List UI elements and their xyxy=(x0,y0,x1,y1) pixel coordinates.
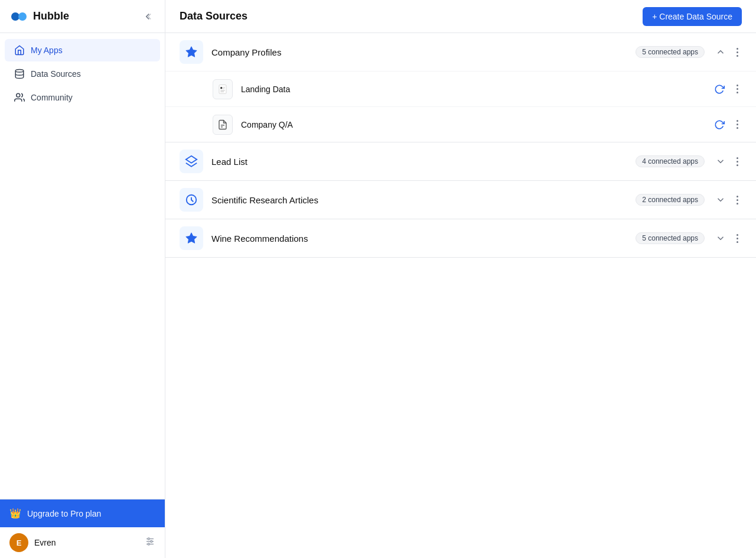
company-profiles-actions xyxy=(713,44,742,60)
logo-text: Hubble xyxy=(33,10,69,22)
data-source-header-company-profiles: Company Profiles 5 connected apps xyxy=(165,33,756,71)
svg-rect-14 xyxy=(223,88,224,89)
company-profiles-badge: 5 connected apps xyxy=(636,46,705,58)
data-source-header-lead-list: Lead List 4 connected apps xyxy=(165,142,756,180)
company-qa-more-button[interactable] xyxy=(733,118,742,131)
scientific-research-expand-button[interactable] xyxy=(713,192,728,207)
company-profiles-name: Company Profiles xyxy=(211,47,627,57)
wine-recommendations-badge: 5 connected apps xyxy=(636,232,705,244)
sidebar-collapse-button[interactable] xyxy=(140,9,155,24)
svg-point-7 xyxy=(148,538,149,540)
layers-icon xyxy=(185,155,198,168)
scientific-research-name: Scientific Research Articles xyxy=(211,195,627,205)
sidebar-item-community[interactable]: Community xyxy=(5,86,160,109)
landing-data-icon xyxy=(213,79,233,99)
company-profiles-icon xyxy=(180,40,203,64)
sidebar-item-data-sources[interactable]: Data Sources xyxy=(5,63,160,85)
data-source-header-scientific: Scientific Research Articles 2 connected… xyxy=(165,181,756,219)
lead-list-actions xyxy=(713,154,742,169)
user-info: E Evren xyxy=(9,533,56,552)
avatar: E xyxy=(9,533,28,552)
company-qa-refresh-icon xyxy=(714,119,725,130)
sidebar-item-my-apps-label: My Apps xyxy=(31,46,63,55)
company-profiles-collapse-button[interactable] xyxy=(713,44,728,60)
landing-data-name: Landing Data xyxy=(241,85,706,94)
svg-marker-19 xyxy=(186,156,197,163)
data-sources-list: Company Profiles 5 connected apps xyxy=(165,33,756,558)
wine-recommendations-actions xyxy=(713,231,742,246)
svg-point-2 xyxy=(15,70,24,73)
lead-list-badge: 4 connected apps xyxy=(636,155,705,167)
scientific-research-actions xyxy=(713,192,742,207)
doc-icon xyxy=(217,119,228,130)
svg-point-3 xyxy=(17,93,20,97)
chevron-up-icon xyxy=(715,47,726,57)
sidebar-item-community-label: Community xyxy=(31,93,73,102)
lead-list-expand-button[interactable] xyxy=(713,154,728,169)
lead-list-name: Lead List xyxy=(211,157,627,167)
svg-marker-10 xyxy=(186,47,197,57)
svg-rect-16 xyxy=(220,91,224,92)
hubble-logo-icon xyxy=(9,7,28,26)
svg-marker-21 xyxy=(186,233,197,243)
notion-icon xyxy=(217,84,228,95)
lead-list-more-button[interactable] xyxy=(733,155,742,168)
data-source-scientific-research: Scientific Research Articles 2 connected… xyxy=(165,181,756,219)
sidebar-footer: 👑 Upgrade to Pro plan E Evren xyxy=(0,499,165,558)
upgrade-banner[interactable]: 👑 Upgrade to Pro plan xyxy=(0,499,165,527)
lead-list-icon xyxy=(180,150,203,173)
home-icon xyxy=(14,45,25,56)
refresh-icon xyxy=(714,84,725,95)
star-icon-2 xyxy=(185,232,198,245)
data-source-wine-recommendations: Wine Recommendations 5 connected apps xyxy=(165,219,756,258)
sidebar-nav: My Apps Data Sources Community xyxy=(0,33,165,499)
scientific-research-icon xyxy=(180,188,203,212)
settings-sliders-icon xyxy=(145,536,155,547)
user-name: Evren xyxy=(34,538,56,547)
users-icon xyxy=(14,92,25,103)
avatar-initials: E xyxy=(17,538,22,547)
chevron-down-icon xyxy=(715,156,726,167)
user-area[interactable]: E Evren xyxy=(0,527,165,558)
landing-data-more-button[interactable] xyxy=(733,82,742,96)
sub-item-company-qa: Company Q/A xyxy=(165,106,756,142)
svg-rect-11 xyxy=(219,85,226,93)
sidebar-item-data-sources-label: Data Sources xyxy=(31,69,81,79)
wine-recommendations-icon xyxy=(180,226,203,250)
crown-icon: 👑 xyxy=(9,508,21,519)
svg-rect-15 xyxy=(220,90,225,90)
svg-rect-12 xyxy=(220,87,222,89)
data-source-lead-list: Lead List 4 connected apps xyxy=(165,142,756,181)
scientific-research-more-button[interactable] xyxy=(733,193,742,207)
chevron-down-icon-3 xyxy=(715,233,726,244)
wine-recommendations-more-button[interactable] xyxy=(733,232,742,245)
logo: Hubble xyxy=(9,7,69,26)
sub-item-landing-data: Landing Data xyxy=(165,71,756,106)
sidebar-item-my-apps[interactable]: My Apps xyxy=(5,39,160,61)
scientific-research-badge: 2 connected apps xyxy=(636,194,705,206)
refresh-icon-2 xyxy=(714,119,725,130)
svg-point-1 xyxy=(18,12,27,21)
star-icon xyxy=(185,46,198,59)
create-data-source-button[interactable]: + Create Data Source xyxy=(643,7,742,26)
svg-point-0 xyxy=(11,12,19,21)
circle-arrow-icon xyxy=(185,193,198,206)
company-profiles-more-button[interactable] xyxy=(733,46,742,59)
landing-data-refresh-icon xyxy=(714,84,725,95)
svg-point-9 xyxy=(148,543,149,545)
upgrade-label: Upgrade to Pro plan xyxy=(27,509,101,518)
svg-point-8 xyxy=(151,541,152,543)
create-btn-label: + Create Data Source xyxy=(652,12,732,21)
chevron-down-icon-2 xyxy=(715,194,726,205)
settings-icon[interactable] xyxy=(145,536,155,549)
data-source-company-profiles: Company Profiles 5 connected apps xyxy=(165,33,756,142)
collapse-icon xyxy=(142,11,153,22)
wine-recommendations-expand-button[interactable] xyxy=(713,231,728,246)
wine-recommendations-name: Wine Recommendations xyxy=(211,233,627,244)
company-qa-icon xyxy=(213,115,233,135)
company-qa-name: Company Q/A xyxy=(241,120,706,129)
svg-rect-13 xyxy=(223,87,225,87)
database-icon xyxy=(14,69,25,79)
data-source-header-wine: Wine Recommendations 5 connected apps xyxy=(165,219,756,257)
page-title: Data Sources xyxy=(180,10,247,22)
